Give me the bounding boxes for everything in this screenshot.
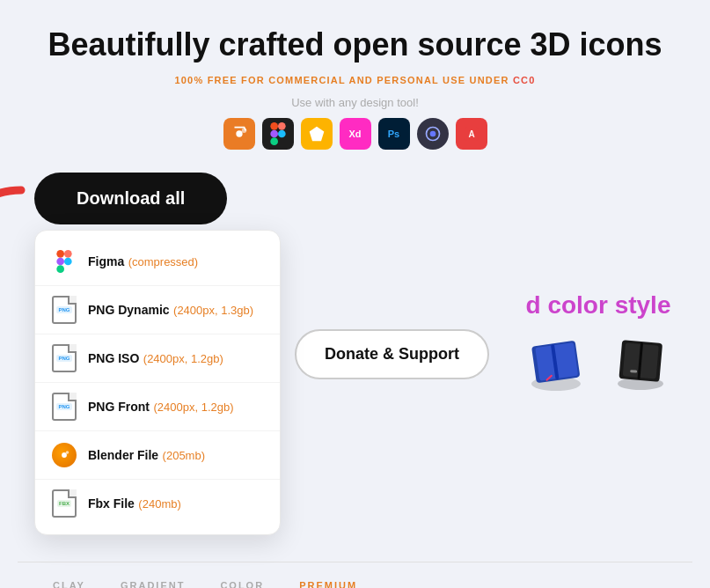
- svg-point-0: [236, 131, 242, 137]
- figma-tool-icon[interactable]: [262, 118, 294, 150]
- page-title: Beautifully crafted open source 3D icons: [48, 26, 662, 62]
- figma-item-icon: [51, 248, 77, 275]
- dropdown-item-png-dynamic[interactable]: PNG PNG Dynamic (2400px, 1.3gb): [35, 286, 280, 334]
- dropdown-item-png-dynamic-label: PNG Dynamic (2400px, 1.3gb): [88, 302, 253, 318]
- dropdown-item-png-front-label: PNG Front (2400px, 1.2gb): [88, 399, 234, 415]
- cinema-tool-icon[interactable]: [417, 118, 449, 150]
- png-front-item-icon: PNG: [51, 393, 77, 420]
- svg-rect-15: [56, 258, 64, 266]
- xd-tool-icon[interactable]: Xd: [340, 118, 371, 150]
- tab-color[interactable]: COLOR: [202, 571, 282, 588]
- tab-gradient[interactable]: GRADIENT: [103, 571, 202, 588]
- tab-clay[interactable]: CLAY: [35, 571, 103, 588]
- design-tools-label: Use with any design tool!: [291, 96, 419, 109]
- fbx-item-icon: FBX: [51, 490, 77, 517]
- dropdown-item-fbx-label: Fbx File (240mb): [88, 496, 181, 511]
- dropdown-item-fbx[interactable]: FBX Fbx File (240mb): [35, 480, 280, 527]
- png-iso-item-icon: PNG: [51, 345, 77, 371]
- license-badge: 100% FREE FOR COMMERCIAL AND PERSONAL US…: [174, 75, 535, 85]
- svg-rect-17: [56, 266, 64, 274]
- style-title: d color style: [526, 291, 671, 320]
- tab-premium[interactable]: PREMIUM: [282, 571, 375, 588]
- svg-marker-7: [309, 127, 324, 142]
- affinity-tool-icon[interactable]: A: [456, 118, 487, 150]
- donate-support-button[interactable]: Donate & Support: [295, 329, 489, 379]
- arrow-pointer: [0, 181, 34, 252]
- style-preview-section: d color style: [521, 291, 676, 399]
- svg-rect-6: [270, 138, 278, 146]
- svg-rect-4: [270, 130, 278, 138]
- svg-rect-13: [56, 250, 64, 258]
- svg-point-19: [66, 452, 70, 455]
- download-all-button[interactable]: Download all: [34, 173, 227, 224]
- dropdown-item-figma[interactable]: Figma (compressed): [35, 238, 280, 286]
- download-dropdown-wrapper: Download all Figma (compressed): [34, 173, 281, 535]
- svg-point-5: [278, 130, 286, 138]
- dropdown-item-blender[interactable]: Blender File (205mb): [35, 431, 280, 480]
- black-book-icon: [605, 328, 676, 399]
- svg-rect-3: [278, 122, 286, 130]
- dropdown-item-png-iso-label: PNG ISO (2400px, 1.2gb): [88, 350, 223, 366]
- ps-tool-icon[interactable]: Ps: [378, 118, 410, 150]
- svg-rect-14: [64, 250, 72, 258]
- svg-rect-2: [270, 122, 278, 130]
- dropdown-item-png-front[interactable]: PNG PNG Front (2400px, 1.2gb): [35, 383, 280, 431]
- sketch-tool-icon[interactable]: [301, 118, 333, 150]
- png-dynamic-item-icon: PNG: [51, 297, 77, 323]
- dropdown-item-blender-label: Blender File (205mb): [88, 447, 205, 463]
- blender-tool-icon[interactable]: [223, 118, 255, 150]
- svg-text:A: A: [468, 130, 474, 140]
- style-tabs-row: CLAY GRADIENT COLOR PREMIUM: [18, 562, 692, 588]
- download-dropdown-menu: Figma (compressed) PNG PNG Dynamic (2400…: [34, 230, 281, 535]
- tools-row: Xd Ps A: [223, 118, 487, 150]
- buttons-row: Download all Figma (compressed): [34, 173, 676, 535]
- dropdown-item-png-iso[interactable]: PNG PNG ISO (2400px, 1.2gb): [35, 334, 280, 383]
- blender-item-icon: [51, 442, 77, 468]
- style-icon-row: [521, 328, 676, 399]
- svg-point-9: [429, 131, 436, 137]
- svg-point-16: [64, 258, 72, 266]
- dropdown-item-figma-label: Figma (compressed): [88, 254, 198, 269]
- blue-book-icon: [521, 328, 591, 399]
